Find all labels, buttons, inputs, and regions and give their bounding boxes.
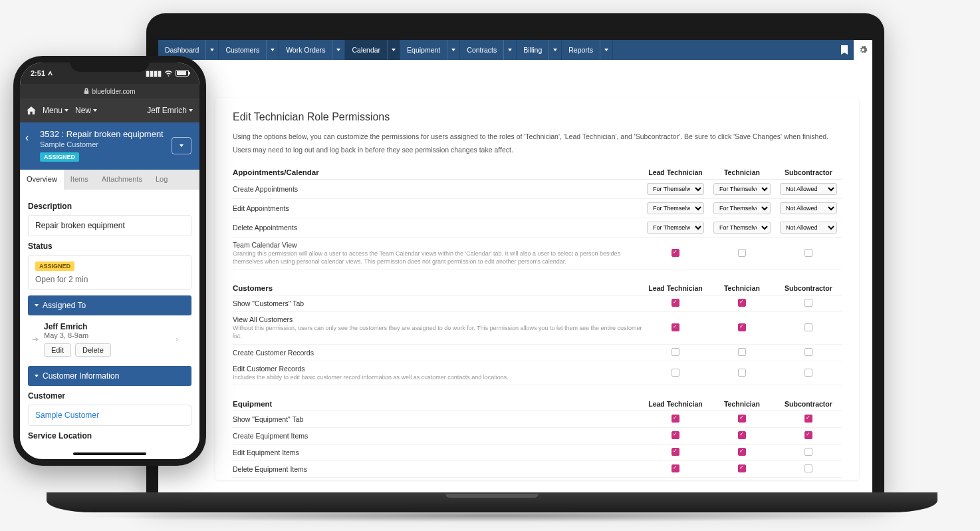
nav-menu[interactable]: Menu (43, 106, 68, 115)
perm-checkbox[interactable] (672, 299, 679, 307)
perm-select[interactable]: Not Allowed (780, 183, 837, 195)
assigned-to-header[interactable]: Assigned To (28, 295, 191, 315)
nav-item-label[interactable]: Customers (219, 40, 266, 60)
nav-item-label[interactable]: Work Orders (279, 40, 332, 60)
customer-info-header[interactable]: Customer Information (28, 366, 191, 386)
customer-link-card[interactable]: Sample Customer (28, 405, 191, 426)
perm-select[interactable]: For Themselves (713, 222, 771, 234)
perm-checkbox[interactable] (738, 348, 746, 356)
wifi-icon (164, 70, 173, 77)
perm-label: Create Equipment Items (233, 432, 642, 440)
back-icon[interactable]: ‹ (25, 132, 29, 144)
perm-checkbox[interactable] (804, 348, 812, 356)
edit-button[interactable]: Edit (44, 343, 71, 357)
perm-checkbox[interactable] (804, 249, 812, 257)
perm-select[interactable]: For Themselves (647, 183, 704, 195)
perm-row: Edit Customer RecordsIncludes the abilit… (233, 361, 842, 386)
perm-select[interactable]: For Themselves (713, 183, 771, 195)
nav-caret[interactable] (503, 40, 516, 60)
perm-checkbox[interactable] (804, 448, 812, 456)
perm-checkbox[interactable] (672, 369, 679, 377)
nav-contracts[interactable]: Contracts (460, 40, 517, 60)
nav-equipment[interactable]: Equipment (400, 40, 460, 60)
nav-item-label[interactable]: Reports (562, 40, 600, 60)
perm-section: EquipmentLead TechnicianTechnicianSubcon… (233, 400, 842, 478)
nav-billing[interactable]: Billing (517, 40, 562, 60)
perm-row: Create Equipment Items (233, 428, 842, 444)
status-card[interactable]: ASSIGNED Open for 2 min (28, 255, 191, 290)
perm-checkbox[interactable] (672, 448, 679, 456)
home-icon[interactable] (27, 106, 36, 114)
nav-caret[interactable] (205, 40, 218, 60)
perm-checkbox[interactable] (672, 431, 679, 439)
nav-caret[interactable] (447, 40, 459, 60)
perm-checkbox[interactable] (738, 299, 746, 307)
perm-select[interactable]: Not Allowed (780, 222, 837, 234)
nav-item-label[interactable]: Calendar (345, 40, 387, 60)
perm-checkbox[interactable] (738, 464, 746, 472)
perm-checkbox[interactable] (738, 448, 746, 456)
perm-checkbox[interactable] (738, 249, 746, 257)
perm-checkbox[interactable] (672, 348, 679, 356)
customer-label: Customer (28, 391, 191, 401)
nav-caret[interactable] (387, 40, 400, 60)
nav-caret[interactable] (549, 40, 561, 60)
perm-row: Delete Equipment Items (233, 461, 842, 478)
nav-new[interactable]: New (75, 106, 97, 115)
phone-url-bar[interactable]: bluefolder.com (20, 84, 199, 98)
perm-label: Create Appointments (233, 185, 642, 193)
perm-checkbox[interactable] (672, 249, 679, 257)
help-text-2: Users may need to log out and log back i… (233, 146, 842, 154)
laptop-screen: DashboardCustomersWork OrdersCalendarEqu… (158, 40, 872, 492)
tab-overview[interactable]: Overview (20, 170, 64, 190)
perm-select[interactable]: For Themselves (647, 222, 704, 234)
nav-reports[interactable]: Reports (562, 40, 613, 60)
nav-item-label[interactable]: Contracts (460, 40, 503, 60)
content-title: Edit Technician Role Permissions (233, 111, 842, 123)
tab-items[interactable]: Items (64, 170, 95, 190)
perm-checkbox[interactable] (804, 464, 812, 472)
perm-checkbox[interactable] (738, 415, 746, 423)
status-badge: ASSIGNED (40, 152, 79, 162)
perm-checkbox[interactable] (804, 323, 812, 331)
perm-row: Create Customer Records (233, 345, 842, 361)
delete-button[interactable]: Delete (75, 343, 111, 357)
gear-icon[interactable] (854, 40, 872, 60)
description-label: Description (28, 202, 191, 211)
hero-dropdown-button[interactable] (172, 137, 191, 154)
perm-row: Create AppointmentsFor ThemselvesFor The… (233, 180, 842, 199)
nav-caret[interactable] (332, 40, 344, 60)
description-field[interactable]: Repair broken equipment (28, 215, 191, 236)
perm-checkbox[interactable] (738, 431, 746, 439)
perm-checkbox[interactable] (804, 431, 812, 439)
perm-checkbox[interactable] (672, 415, 679, 423)
perm-checkbox[interactable] (672, 323, 679, 331)
perm-row: View All CustomersWithout this permissio… (233, 312, 842, 344)
perm-checkbox[interactable] (804, 369, 812, 377)
perm-label: Edit Equipment Items (233, 448, 642, 456)
tab-attachments[interactable]: Attachments (95, 170, 149, 190)
assignee-row[interactable]: ➔ Jeff Emrich May 3, 8-9am Edit Delete › (28, 315, 191, 363)
home-indicator (73, 452, 146, 455)
tab-log[interactable]: Log (149, 170, 174, 190)
perm-select[interactable]: Not Allowed (780, 202, 837, 214)
perm-select[interactable]: For Themselves (647, 202, 704, 214)
perm-checkbox[interactable] (672, 464, 679, 472)
nav-item-label[interactable]: Billing (517, 40, 549, 60)
nav-work-orders[interactable]: Work Orders (279, 40, 345, 60)
nav-calendar[interactable]: Calendar (345, 40, 400, 60)
nav-caret[interactable] (266, 40, 279, 60)
perm-checkbox[interactable] (738, 323, 746, 331)
bookmark-icon[interactable] (835, 40, 854, 60)
page-title: NGS (158, 60, 872, 98)
perm-checkbox[interactable] (804, 415, 812, 423)
perm-checkbox[interactable] (804, 299, 812, 307)
nav-item-label[interactable]: Equipment (400, 40, 447, 60)
perm-col-header: Technician (709, 168, 775, 176)
nav-caret[interactable] (600, 40, 612, 60)
perm-col-header: Technician (709, 400, 775, 408)
perm-checkbox[interactable] (738, 369, 746, 377)
nav-user[interactable]: Jeff Emrich (147, 106, 193, 115)
nav-customers[interactable]: Customers (219, 40, 279, 60)
perm-select[interactable]: For Themselves (713, 202, 771, 214)
